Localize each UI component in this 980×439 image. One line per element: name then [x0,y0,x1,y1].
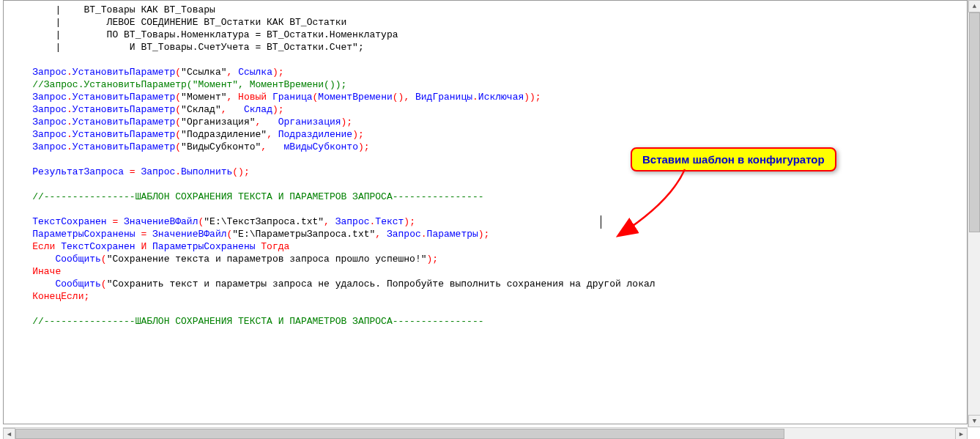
code-line[interactable]: | ЛЕВОЕ СОЕДИНЕНИЕ ВТ_Остатки КАК ВТ_Ост… [10,16,961,29]
code-line[interactable]: Запрос.УстановитьПараметр("Момент", Новы… [10,91,961,103]
vertical-scrollbar[interactable]: ▲ ▼ [968,0,980,427]
horizontal-scrollbar[interactable]: ◀ ▶ [3,427,968,439]
code-line[interactable]: Запрос.УстановитьПараметр("Ссылка", Ссыл… [10,66,961,78]
code-line[interactable] [10,203,961,215]
annotation-text: Вставим шаблон в конфигуратор [642,153,825,166]
code-line[interactable]: Если ТекстСохранен И ПараметрыСохранены … [10,240,961,253]
code-line[interactable]: //----------------ШАБЛОН СОХРАНЕНИЯ ТЕКС… [10,315,961,328]
code-line[interactable]: ПараметрыСохранены = ЗначениеВФайл("E:\П… [10,228,961,240]
code-line[interactable]: Запрос.УстановитьПараметр("Организация",… [10,116,961,128]
code-line[interactable]: //----------------ШАБЛОН СОХРАНЕНИЯ ТЕКС… [10,191,961,203]
code-line[interactable]: Иначе [10,265,961,278]
code-line[interactable]: | И ВТ_Товары.СчетУчета = ВТ_Остатки.Сче… [10,41,961,54]
scroll-left-button[interactable]: ◀ [3,428,15,439]
vertical-scroll-thumb[interactable] [969,12,980,232]
code-line[interactable] [10,178,961,191]
code-line[interactable]: ТекстСохранен = ЗначениеВФайл("E:\ТекстЗ… [10,215,961,228]
code-line[interactable]: Сообщить("Сохранить текст и параметры за… [10,278,961,290]
code-line[interactable]: Сообщить("Сохранение текста и параметров… [10,253,961,265]
annotation-callout: Вставим шаблон в конфигуратор [631,147,836,171]
code-line[interactable]: Запрос.УстановитьПараметр("Подраздиление… [10,128,961,141]
scroll-down-button[interactable]: ▼ [968,415,980,427]
scroll-up-button[interactable]: ▲ [968,0,980,12]
horizontal-scroll-thumb[interactable] [15,429,784,439]
code-line[interactable]: | ПО ВТ_Товары.Номенклатура = ВТ_Остатки… [10,29,961,41]
code-line[interactable] [10,303,961,315]
code-line[interactable]: КонецЕсли; [10,290,961,303]
code-line[interactable]: Запрос.УстановитьПараметр("Склад", Склад… [10,103,961,116]
code-line[interactable]: //Запрос.УстановитьПараметр("Момент", Мо… [10,78,961,91]
code-line[interactable]: | ВТ_Товары КАК ВТ_Товары [10,4,961,16]
text-cursor [601,215,601,229]
code-line[interactable] [10,54,961,66]
scroll-right-button[interactable]: ▶ [955,428,968,439]
code-editor[interactable]: | ВТ_Товары КАК ВТ_Товары | ЛЕВОЕ СОЕДИН… [3,0,968,424]
